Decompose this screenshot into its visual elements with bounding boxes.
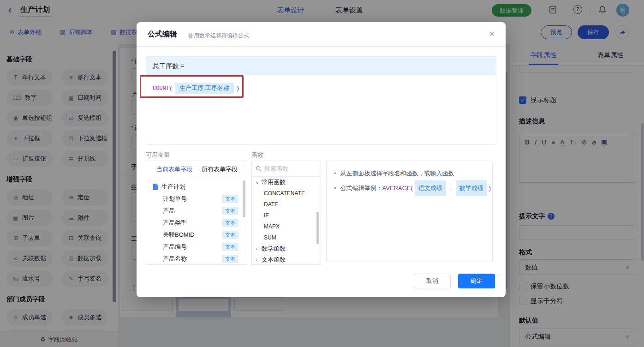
variable-field-name: 产品名称 xyxy=(163,255,222,263)
variable-field-name: 产品类型 xyxy=(163,219,222,227)
variables-pane: 当前表单字段 所有表单字段 生产计划 计划单号文本产品文本产品类型文本关联BOM… xyxy=(146,161,247,265)
close-icon[interactable]: × xyxy=(489,28,495,39)
search-icon xyxy=(256,166,262,172)
cancel-button[interactable]: 取消 xyxy=(414,274,451,288)
variables-tree-root[interactable]: 生产计划 xyxy=(146,181,247,193)
field-type-badge: 文本 xyxy=(222,255,239,263)
app-screen: ‹ 生产计划 表单设计 表单设置 数据管理 ? 检 ⊘表单外链 ▨后端脚本 ▥数… xyxy=(0,0,644,347)
function-group-row[interactable]: ›文本函数 xyxy=(252,254,321,265)
functions-label: 函数 xyxy=(251,151,263,159)
function-item[interactable]: IF xyxy=(252,210,321,221)
divider xyxy=(137,46,506,47)
formula-edit-modal: 公式编辑 使用数学运算符编辑公式 × 总工序数 = COUNT(生产工序.工序名… xyxy=(137,22,506,297)
function-search-box xyxy=(252,161,321,177)
variable-field-row[interactable]: 产品名称文本 xyxy=(146,253,247,265)
function-group-name: 常用函数 xyxy=(262,178,286,186)
function-group-name: 数学函数 xyxy=(262,245,286,253)
example-chip: 数学成绩 xyxy=(456,180,487,196)
field-type-badge: 文本 xyxy=(222,231,239,239)
hint-line: •从左侧面板选择字段名和函数，或输入函数 xyxy=(334,167,485,180)
field-type-badge: 文本 xyxy=(222,195,239,203)
variable-field-row[interactable]: 产品类型文本 xyxy=(146,217,247,229)
function-list: ∨常用函数CONCATENATEDATEIFMAPXSUM›数学函数›文本函数 xyxy=(252,177,321,265)
variables-tabs: 当前表单字段 所有表单字段 xyxy=(146,161,247,178)
field-type-badge: 文本 xyxy=(222,207,239,215)
function-group-name: 文本函数 xyxy=(262,256,286,264)
functions-scrollbar[interactable] xyxy=(316,212,319,244)
form-doc-icon xyxy=(153,184,158,190)
variable-field-row[interactable]: 计划单号文本 xyxy=(146,193,247,205)
formula-hints-pane: •从左侧面板选择字段名和函数，或输入函数 •公式编辑举例：AVERAGE(语文成… xyxy=(326,161,493,262)
chevron-right-icon: › xyxy=(256,246,262,251)
formula-editor[interactable]: 总工序数 = COUNT(生产工序.工序名称) xyxy=(146,56,496,145)
annotation-highlight-box xyxy=(140,75,244,98)
function-item[interactable]: CONCATENATE xyxy=(252,188,321,199)
formula-target-bar: 总工序数 = xyxy=(146,57,496,75)
example-chip: 语文成绩 xyxy=(415,180,446,196)
function-group-row[interactable]: ›数学函数 xyxy=(252,243,321,254)
field-type-badge: 文本 xyxy=(222,243,239,251)
function-item[interactable]: DATE xyxy=(252,199,321,210)
tab-current-form-fields[interactable]: 当前表单字段 xyxy=(156,165,192,174)
tab-all-form-fields[interactable]: 所有表单字段 xyxy=(202,165,238,174)
hint-example-line: •公式编辑举例：AVERAGE(语文成绩，数学成绩) xyxy=(334,180,485,196)
function-item[interactable]: MAPX xyxy=(252,221,321,232)
functions-pane: ∨常用函数CONCATENATEDATEIFMAPXSUM›数学函数›文本函数 xyxy=(251,161,321,265)
variable-field-name: 产品编号 xyxy=(163,243,222,251)
variable-field-row[interactable]: 产品文本 xyxy=(146,205,247,217)
variables-scrollbar[interactable] xyxy=(243,180,245,217)
variable-field-row[interactable]: 关联BOMID文本 xyxy=(146,229,247,241)
function-search-input[interactable] xyxy=(264,165,310,172)
variable-field-name: 计划单号 xyxy=(163,195,222,203)
function-item[interactable]: SUM xyxy=(252,232,321,243)
chevron-down-icon: ∨ xyxy=(256,180,262,185)
variable-field-name: 产品 xyxy=(163,207,222,215)
modal-title: 公式编辑 xyxy=(148,30,177,39)
available-variables-label: 可用变量 xyxy=(146,151,170,159)
field-type-badge: 文本 xyxy=(222,219,239,227)
function-group-row[interactable]: ∨常用函数 xyxy=(252,177,321,188)
confirm-button[interactable]: 确定 xyxy=(458,274,495,288)
chevron-right-icon: › xyxy=(256,257,262,263)
variables-field-list: 计划单号文本产品文本产品类型文本关联BOMID文本产品编号文本产品名称文本 xyxy=(146,193,247,265)
variable-field-row[interactable]: 产品编号文本 xyxy=(146,241,247,253)
modal-subtitle: 使用数学运算符编辑公式 xyxy=(188,32,249,40)
variable-field-name: 关联BOMID xyxy=(163,231,222,239)
